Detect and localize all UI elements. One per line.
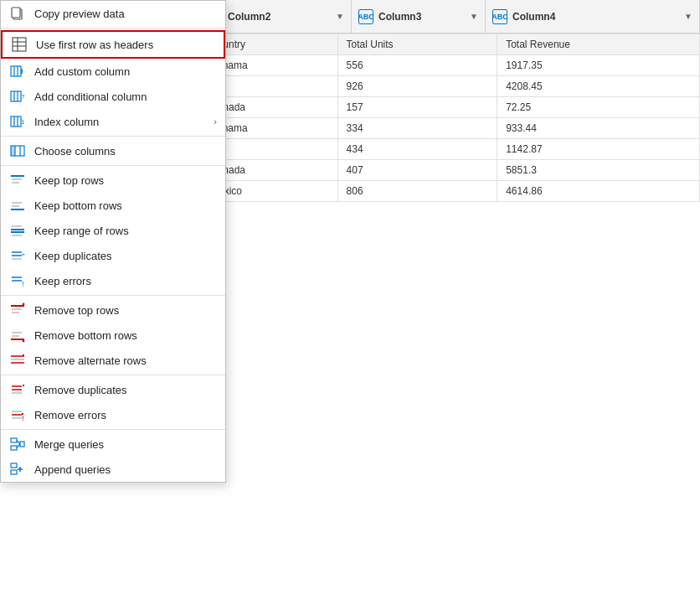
menu-separator [1,136,225,137]
menu-separator [1,295,225,296]
col-header-4[interactable]: ABC Column4 ▼ [486,0,700,33]
menu-item-append-queries[interactable]: Append queries [1,457,225,482]
submenu-arrow-icon: › [214,116,217,127]
menu-item-add-conditional-col[interactable]: ?Add conditional column [1,84,225,109]
table-row: Canada4075851.3 [202,160,700,181]
table-cell: 806 [337,181,497,202]
remove-bottom-icon [9,327,26,344]
svg-text:!: ! [22,414,24,422]
remove-alternate-icon [9,352,26,369]
svg-rect-16 [11,91,21,101]
svg-rect-75 [20,442,24,447]
col4-abc-icon: ABC [492,9,507,24]
menu-separator [1,165,225,166]
svg-line-73 [17,441,20,445]
keep-bottom-icon [9,197,26,214]
menu-label-keep-bottom-rows: Keep bottom rows [34,199,122,212]
index-col-icon: 1 [9,113,26,130]
menu-item-index-column[interactable]: 1Index column› [1,109,225,134]
svg-rect-72 [11,446,17,450]
svg-text:?: ? [21,93,25,101]
table-cell: 4614.86 [497,181,700,202]
svg-text:1: 1 [21,118,25,126]
data-table: Country Total Units Total Revenue Panama… [201,34,700,202]
svg-text:!: ! [22,280,24,288]
menu-item-keep-range-rows[interactable]: Keep range of rows [1,218,225,243]
copy-icon [9,5,26,22]
menu-item-remove-duplicates[interactable]: Remove duplicates [1,377,225,402]
table-cell: 5851.3 [497,160,700,181]
col3-dropdown[interactable]: ▼ [470,12,478,21]
svg-rect-6 [12,8,20,18]
table-row: A4341142.87 [202,139,700,160]
menu-item-remove-errors[interactable]: !Remove errors [1,402,225,427]
menu-item-keep-duplicates[interactable]: ↩Keep duplicates [1,243,225,268]
menu-label-remove-duplicates: Remove duplicates [34,384,127,396]
data-area: Country Total Units Total Revenue Panama… [201,34,700,610]
svg-rect-71 [11,438,17,442]
menu-item-remove-top-rows[interactable]: Remove top rows [1,297,225,323]
table-row: Mexico8064614.86 [202,181,700,202]
menu-item-remove-alternate-rows[interactable]: Remove alternate rows [1,348,225,373]
table-cell: 933.44 [497,118,700,139]
col3-abc-icon: ABC [358,9,373,24]
table-cell: 157 [337,97,497,118]
table-rows-icon [11,36,28,53]
conditional-col-icon: ? [9,88,26,105]
remove-dupes-icon [9,381,26,398]
menu-separator [1,28,225,28]
menu-label-remove-alternate-rows: Remove alternate rows [34,354,147,367]
menu-item-keep-errors[interactable]: !Keep errors [1,268,225,293]
svg-rect-77 [11,470,17,474]
remove-errors-icon: ! [9,406,26,423]
menu-label-index-column: Index column [34,116,99,128]
svg-rect-27 [11,146,15,156]
col2-dropdown[interactable]: ▼ [336,12,344,21]
choose-cols-icon [9,142,26,159]
menu-item-first-row-headers[interactable]: Use first row as headers [1,30,225,59]
merge-icon [9,436,26,452]
svg-line-74 [17,444,20,448]
table-row: Canada15772.25 [202,97,700,118]
th-total-units: Total Units [337,34,497,55]
menu-label-first-row-headers: Use first row as headers [36,39,153,51]
menu-label-merge-queries: Merge queries [34,438,104,451]
menu-separator [1,429,225,430]
menu-label-keep-range-rows: Keep range of rows [34,225,129,237]
col-header-3[interactable]: ABC Column3 ▼ [352,0,486,33]
menu-separator [1,375,225,375]
dropdown-menu: Copy preview dataUse first row as header… [0,0,226,483]
th-total-revenue: Total Revenue [497,34,700,55]
col4-dropdown[interactable]: ▼ [684,12,692,21]
table-cell: 72.25 [497,97,700,118]
menu-item-remove-bottom-rows[interactable]: Remove bottom rows [1,323,225,348]
col2-label: Column2 [228,11,270,23]
table-cell: 407 [337,160,497,181]
menu-item-choose-columns[interactable]: Choose columns [1,138,225,163]
menu-item-add-custom-col[interactable]: Add custom column [1,59,225,84]
table-cell: 926 [337,76,497,97]
svg-rect-7 [13,38,26,51]
menu-item-copy-preview[interactable]: Copy preview data [1,1,225,26]
menu-label-append-queries: Append queries [34,463,111,476]
table-row: Panama334933.44 [202,118,700,139]
menu-label-remove-errors: Remove errors [34,409,106,421]
col4-label: Column4 [512,11,555,23]
menu-label-copy-preview: Copy preview data [34,8,125,20]
table-cell: 1917.35 [497,55,700,76]
keep-top-icon [9,172,26,189]
menu-item-keep-bottom-rows[interactable]: Keep bottom rows [1,193,225,218]
menu-label-choose-columns: Choose columns [34,145,116,158]
menu-label-add-custom-col: Add custom column [34,65,130,78]
table-cell: 434 [337,139,497,160]
menu-label-add-conditional-col: Add conditional column [34,90,147,103]
table-row: Panama5561917.35 [202,55,700,76]
col3-label: Column3 [378,11,421,23]
menu-item-merge-queries[interactable]: Merge queries [1,432,225,457]
svg-rect-20 [11,116,21,127]
menu-label-remove-bottom-rows: Remove bottom rows [34,329,137,342]
keep-errors-icon: ! [9,272,26,289]
custom-col-icon [9,63,26,80]
menu-item-keep-top-rows[interactable]: Keep top rows [1,168,225,193]
menu-label-keep-errors: Keep errors [34,275,91,287]
